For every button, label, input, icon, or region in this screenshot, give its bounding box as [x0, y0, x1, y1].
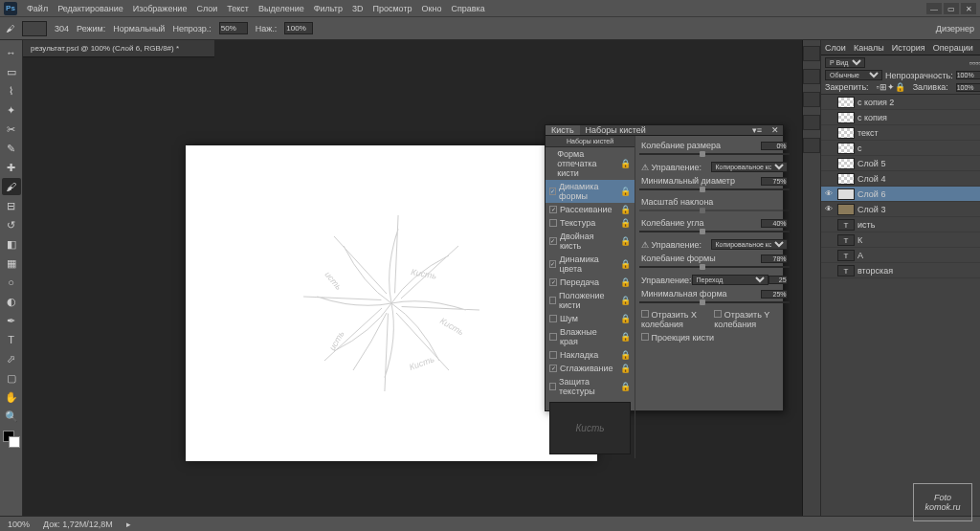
layer-row[interactable]: Слой 5	[821, 156, 980, 171]
brush-setting-item[interactable]: Форма отпечатка кисти🔒	[546, 147, 635, 180]
flow-input[interactable]	[284, 22, 313, 34]
layer-opacity[interactable]	[956, 71, 980, 79]
panel-menu-icon[interactable]: ▾≡	[746, 125, 766, 135]
menu-item[interactable]: Слои	[196, 4, 217, 13]
round-control-select[interactable]: Переход	[692, 275, 768, 285]
visibility-icon[interactable]: 👁	[823, 189, 835, 198]
canvas[interactable]: Кисть Кисть Кисть исть исть	[186, 145, 597, 461]
document-tab[interactable]: результат.psd @ 100% (Слой 6, RGB/8#) *	[23, 40, 214, 57]
projection-checkbox[interactable]: Проекция кисти	[641, 333, 714, 343]
brush-setting-item[interactable]: Положение кисти🔒	[546, 289, 635, 312]
brush-setting-item[interactable]: Защита текстуры🔒	[546, 375, 635, 398]
move-tool[interactable]: ↔	[2, 44, 21, 61]
maximize-button[interactable]: ▭	[944, 3, 959, 14]
wand-tool[interactable]: ✦	[2, 101, 21, 119]
dodge-tool[interactable]: ◐	[2, 293, 21, 310]
brush-setting-item[interactable]: Влажные края🔒	[546, 325, 635, 348]
minimize-button[interactable]: —	[926, 3, 942, 14]
layer-row[interactable]: Tвторская	[821, 263, 980, 278]
tab-brush[interactable]: Кисть	[546, 125, 580, 135]
brush-setting-item[interactable]: Текстура🔒	[546, 216, 635, 230]
round-jitter-input[interactable]	[761, 254, 788, 263]
heal-tool[interactable]: ✚	[2, 159, 21, 176]
menu-item[interactable]: Изображение	[133, 4, 188, 13]
blur-tool[interactable]: ○	[2, 274, 21, 291]
brush-icon[interactable]: 🖌	[6, 24, 14, 33]
menu-item[interactable]: Просмотр	[372, 4, 412, 13]
menu-item[interactable]: Фильтр	[314, 4, 343, 13]
layer-row[interactable]: TК	[821, 232, 980, 248]
lock-icons[interactable]: ▫⊞✦🔒	[877, 82, 905, 92]
layer-row[interactable]: Tисть	[821, 217, 980, 232]
flipy-checkbox[interactable]: Отразить Y колебания	[714, 310, 787, 329]
panel-close-icon[interactable]: ✕	[766, 125, 783, 135]
panel-icon[interactable]	[803, 138, 820, 153]
round-control-steps[interactable]	[768, 276, 788, 284]
visibility-icon[interactable]: 👁	[823, 205, 835, 213]
text-tool[interactable]: T	[2, 331, 21, 348]
gradient-tool[interactable]: ▦	[2, 254, 21, 272]
zoom-level[interactable]: 100%	[8, 520, 30, 529]
panel-icon[interactable]	[803, 46, 820, 61]
stamp-tool[interactable]: ⊟	[2, 197, 21, 214]
eraser-tool[interactable]: ◧	[2, 235, 21, 253]
hand-tool[interactable]: ✋	[2, 388, 21, 406]
layer-row[interactable]: 👁Слой 6	[821, 187, 980, 202]
layer-row[interactable]: 👁Слой 3	[821, 202, 980, 217]
workspace-switcher[interactable]: Дизернер	[936, 24, 974, 33]
chevron-right-icon[interactable]: ▸	[126, 520, 131, 529]
tab-actions[interactable]: Операции	[929, 43, 977, 53]
history-brush-tool[interactable]: ↺	[2, 216, 21, 233]
control-select[interactable]: Копировальное колесико	[711, 162, 788, 172]
panel-icon[interactable]	[803, 92, 820, 107]
path-tool[interactable]: ⬀	[2, 350, 21, 367]
min-round-slider[interactable]	[639, 301, 790, 303]
layer-row[interactable]: текст	[821, 125, 980, 141]
tab-layers[interactable]: Слои	[821, 43, 850, 53]
layer-row[interactable]: с копия 2	[821, 95, 980, 110]
brush-preset-picker[interactable]	[22, 21, 47, 36]
marquee-tool[interactable]: ▭	[2, 63, 21, 80]
lasso-tool[interactable]: ⌇	[2, 82, 21, 100]
layer-row[interactable]: с	[821, 141, 980, 156]
brush-setting-item[interactable]: ✓Динамика цвета🔒	[546, 253, 635, 276]
eyedropper-tool[interactable]: ✎	[2, 140, 21, 157]
tab-history[interactable]: История	[888, 43, 929, 53]
shape-tool[interactable]: ▢	[2, 369, 21, 387]
size-jitter-slider[interactable]	[639, 153, 790, 155]
crop-tool[interactable]: ✂	[2, 121, 21, 138]
layer-filter[interactable]: Р Вид	[825, 57, 865, 68]
menu-item[interactable]: Текст	[227, 4, 249, 13]
close-button[interactable]: ✕	[961, 3, 976, 14]
brush-setting-item[interactable]: ✓Передача🔒	[546, 276, 635, 289]
menu-item[interactable]: Окно	[422, 4, 442, 13]
layer-row[interactable]: Слой 4	[821, 171, 980, 187]
brush-setting-item[interactable]: Накладка🔒	[546, 348, 635, 362]
brush-setting-item[interactable]: ✓Рассеивание🔒	[546, 203, 635, 216]
layer-fill[interactable]	[956, 83, 980, 92]
layer-row[interactable]: TА	[821, 248, 980, 263]
menu-item[interactable]: 3D	[352, 4, 364, 13]
layer-row[interactable]: с копия	[821, 110, 980, 125]
size-jitter-input[interactable]	[761, 142, 788, 150]
zoom-tool[interactable]: 🔍	[2, 408, 21, 425]
pen-tool[interactable]: ✒	[2, 312, 21, 329]
menu-item[interactable]: Редактирование	[57, 4, 123, 13]
brush-setting-item[interactable]: ✓Сглаживание🔒	[546, 362, 635, 375]
brush-setting-item[interactable]: ✓Двойная кисть🔒	[546, 230, 635, 253]
tab-channels[interactable]: Каналы	[850, 43, 888, 53]
tab-brush-presets[interactable]: Наборы кистей	[580, 125, 652, 135]
menu-item[interactable]: Файл	[27, 4, 48, 13]
color-swatches[interactable]	[3, 431, 20, 448]
brush-tool[interactable]: 🖌	[2, 178, 21, 195]
brush-setting-item[interactable]: Шум🔒	[546, 312, 635, 325]
mode-value[interactable]: Нормальный	[113, 24, 165, 33]
brush-setting-item[interactable]: ✓Динамика формы🔒	[546, 180, 635, 203]
opacity-input[interactable]	[219, 22, 248, 34]
angle-jitter-slider[interactable]	[639, 231, 790, 232]
angle-control-select[interactable]: Копировальное колесико	[711, 239, 788, 250]
panel-icon[interactable]	[803, 69, 820, 84]
angle-jitter-input[interactable]	[761, 219, 788, 228]
min-diameter-slider[interactable]	[639, 188, 790, 190]
panel-icon[interactable]	[803, 115, 820, 130]
